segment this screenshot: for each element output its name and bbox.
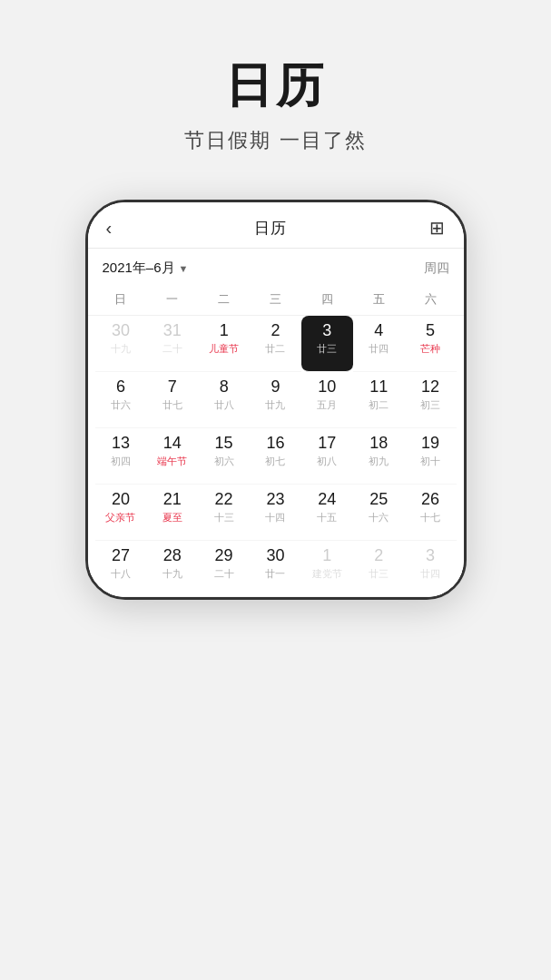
- day-lunar: 廿八: [214, 399, 234, 411]
- day-number: 22: [215, 490, 233, 510]
- day-number: 10: [318, 377, 336, 397]
- day-cell[interactable]: 14端午节: [146, 428, 198, 485]
- day-number: 24: [318, 490, 336, 510]
- day-number: 2: [271, 321, 280, 341]
- day-lunar: 初四: [111, 456, 131, 467]
- day-lunar: 初三: [420, 399, 440, 411]
- day-number: 29: [215, 546, 233, 566]
- day-cell[interactable]: 22十三: [198, 485, 250, 541]
- day-number: 12: [421, 377, 439, 397]
- day-number: 7: [168, 377, 177, 397]
- weekday-cell: 一: [146, 288, 198, 311]
- day-number: 19: [421, 434, 439, 454]
- day-cell[interactable]: 15初六: [198, 428, 250, 485]
- day-lunar: 廿三: [317, 343, 337, 355]
- day-lunar: 十九: [111, 343, 131, 355]
- day-lunar: 儿童节: [209, 343, 239, 355]
- day-cell[interactable]: 8廿八: [198, 372, 250, 428]
- day-cell[interactable]: 13初四: [95, 428, 147, 485]
- day-number: 30: [266, 546, 284, 566]
- day-cell[interactable]: 5芒种: [405, 316, 457, 372]
- day-number: 30: [112, 321, 130, 341]
- day-lunar: 廿一: [265, 568, 285, 580]
- day-lunar: 初十: [420, 456, 440, 467]
- day-lunar: 芒种: [420, 343, 440, 355]
- day-lunar: 廿二: [265, 343, 285, 355]
- day-cell[interactable]: 10五月: [301, 372, 353, 428]
- current-weekday-label: 周四: [424, 260, 449, 277]
- phone-frame: ‹ 日历 ⊞ 2021年–6月 ▼ 周四 日一二三四五六 30十九31二十1儿童…: [85, 200, 467, 600]
- day-cell[interactable]: 24十五: [301, 485, 353, 541]
- day-number: 31: [163, 321, 182, 341]
- nav-bar: ‹ 日历 ⊞: [88, 202, 464, 249]
- day-cell[interactable]: 1建党节: [301, 541, 353, 597]
- day-number: 3: [426, 546, 435, 566]
- day-cell[interactable]: 26十七: [405, 485, 457, 541]
- day-number: 23: [266, 490, 284, 510]
- day-lunar: 十三: [214, 512, 234, 524]
- day-cell[interactable]: 28十九: [146, 541, 198, 597]
- day-cell[interactable]: 23十四: [250, 485, 301, 541]
- day-cell[interactable]: 21夏至: [146, 485, 198, 541]
- day-cell[interactable]: 30廿一: [250, 541, 301, 597]
- back-button[interactable]: ‹: [106, 218, 113, 239]
- day-cell[interactable]: 9廿九: [250, 372, 301, 428]
- day-cell[interactable]: 2廿三: [353, 541, 405, 597]
- day-lunar: 建党节: [312, 568, 342, 580]
- day-cell[interactable]: 7廿七: [146, 372, 198, 428]
- page-header: 日历 节日假期 一目了然: [184, 54, 366, 154]
- day-cell[interactable]: 19初十: [405, 428, 457, 485]
- day-number: 13: [112, 434, 130, 454]
- day-number: 15: [215, 434, 233, 454]
- day-number: 27: [112, 546, 130, 566]
- phone-screen: ‹ 日历 ⊞ 2021年–6月 ▼ 周四 日一二三四五六 30十九31二十1儿童…: [88, 202, 464, 597]
- day-lunar: 二十: [214, 568, 234, 580]
- day-lunar: 廿四: [420, 568, 440, 580]
- day-cell[interactable]: 4廿四: [353, 316, 405, 372]
- day-cell[interactable]: 30十九: [95, 316, 147, 372]
- month-selector[interactable]: 2021年–6月 ▼: [103, 260, 189, 277]
- day-cell[interactable]: 31二十: [146, 316, 198, 372]
- day-number: 8: [220, 377, 229, 397]
- nav-title: 日历: [254, 218, 287, 239]
- day-lunar: 廿三: [369, 568, 389, 580]
- day-cell[interactable]: 6廿六: [95, 372, 147, 428]
- day-cell[interactable]: 27十八: [95, 541, 147, 597]
- page-title: 日历: [184, 54, 366, 118]
- calendar-grid-icon[interactable]: ⊞: [429, 217, 445, 239]
- weekday-cell: 三: [250, 288, 301, 311]
- day-lunar: 廿四: [369, 343, 389, 355]
- day-number: 4: [374, 321, 383, 341]
- day-cell[interactable]: 3廿三: [301, 316, 353, 372]
- day-cell[interactable]: 29二十: [198, 541, 250, 597]
- day-cell[interactable]: 1儿童节: [198, 316, 250, 372]
- day-lunar: 五月: [317, 399, 337, 411]
- day-number: 9: [271, 377, 280, 397]
- day-number: 26: [421, 490, 439, 510]
- day-cell[interactable]: 3廿四: [405, 541, 457, 597]
- day-number: 16: [266, 434, 284, 454]
- day-number: 28: [163, 546, 182, 566]
- day-lunar: 廿九: [265, 399, 285, 411]
- day-lunar: 父亲节: [105, 512, 135, 524]
- day-number: 5: [426, 321, 435, 341]
- day-cell[interactable]: 25十六: [353, 485, 405, 541]
- day-cell[interactable]: 20父亲节: [95, 485, 147, 541]
- day-cell[interactable]: 11初二: [353, 372, 405, 428]
- day-cell[interactable]: 12初三: [405, 372, 457, 428]
- day-cell[interactable]: 18初九: [353, 428, 405, 485]
- day-lunar: 十九: [162, 568, 182, 580]
- day-number: 18: [369, 434, 388, 454]
- calendar-grid: 30十九31二十1儿童节2廿二3廿三4廿四5芒种6廿六7廿七8廿八9廿九10五月…: [88, 316, 464, 597]
- day-number: 11: [369, 377, 388, 397]
- day-cell[interactable]: 2廿二: [250, 316, 301, 372]
- day-lunar: 初八: [317, 456, 337, 467]
- day-number: 1: [322, 546, 331, 566]
- day-cell[interactable]: 16初七: [250, 428, 301, 485]
- day-number: 3: [322, 321, 331, 341]
- day-number: 21: [163, 490, 182, 510]
- day-lunar: 初七: [265, 456, 285, 467]
- day-lunar: 十七: [420, 512, 440, 524]
- day-cell[interactable]: 17初八: [301, 428, 353, 485]
- day-lunar: 二十: [162, 343, 182, 355]
